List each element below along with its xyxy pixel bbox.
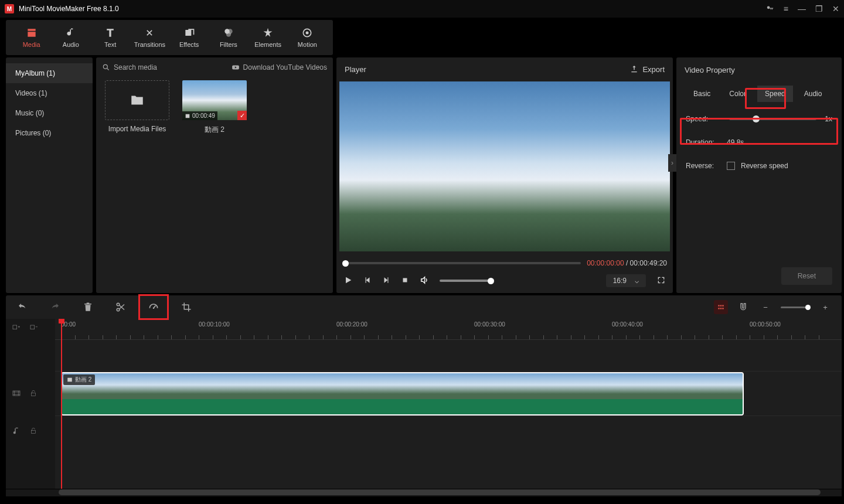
- media-sidebar: MyAlbum (1) Videos (1) Music (0) Picture…: [6, 57, 93, 293]
- tab-transitions-label: Transitions: [134, 41, 165, 48]
- add-track-button[interactable]: [12, 324, 21, 335]
- sidebar-item-myalbum[interactable]: MyAlbum (1): [6, 63, 93, 83]
- tab-elements[interactable]: Elements: [249, 20, 288, 55]
- video-property-panel: › Video Property Basic Color Speed Audio…: [676, 57, 842, 293]
- redo-button[interactable]: [48, 300, 62, 314]
- svg-rect-14: [32, 393, 36, 396]
- magnet-toggle[interactable]: [736, 300, 750, 314]
- ruler-tick: 00:00:30:00: [474, 321, 505, 328]
- maximize-button[interactable]: ❐: [815, 4, 823, 13]
- player-panel: Player Export 00:00:00:00 / 00:00:49:20: [336, 57, 673, 293]
- tab-speed[interactable]: Speed: [757, 86, 793, 102]
- tab-basic[interactable]: Basic: [686, 86, 718, 102]
- svg-rect-13: [13, 391, 20, 396]
- minimize-button[interactable]: —: [798, 4, 806, 13]
- svg-point-8: [117, 303, 120, 306]
- audio-track-lock[interactable]: [29, 427, 38, 437]
- search-icon: [102, 63, 110, 71]
- video-track-lock[interactable]: [29, 389, 38, 399]
- reverse-row: Reverse: Reverse speed: [686, 162, 832, 170]
- snap-toggle[interactable]: [714, 300, 728, 314]
- duration-label: Duration:: [686, 138, 727, 147]
- speed-tool-button[interactable]: [147, 300, 161, 314]
- zoom-in-button[interactable]: +: [818, 300, 832, 314]
- property-title: Video Property: [685, 66, 735, 74]
- zoom-out-button[interactable]: −: [758, 300, 772, 314]
- current-time: 00:00:00:00: [587, 259, 624, 267]
- export-button[interactable]: Export: [629, 64, 665, 74]
- svg-rect-16: [67, 377, 72, 382]
- fullscreen-button[interactable]: [656, 275, 666, 287]
- reverse-checkbox[interactable]: [727, 162, 735, 170]
- import-media-card[interactable]: Import Media Files: [105, 80, 169, 135]
- tab-filters[interactable]: Filters: [209, 20, 248, 55]
- play-button[interactable]: [343, 275, 353, 287]
- duration-row: Duration: 49.8s: [686, 138, 832, 147]
- volume-slider[interactable]: [440, 280, 492, 282]
- player-title: Player: [345, 65, 366, 74]
- tab-elements-label: Elements: [254, 41, 281, 48]
- film-icon: [67, 377, 73, 383]
- tab-motion-label: Motion: [298, 41, 317, 48]
- collapse-panel-button[interactable]: ›: [668, 154, 676, 172]
- menu-icon[interactable]: ≡: [784, 4, 788, 13]
- close-button[interactable]: ✕: [832, 4, 839, 13]
- remove-track-button[interactable]: [29, 324, 39, 335]
- timeline-ruler[interactable]: 00:00 00:00:10:00 00:00:20:00 00:00:30:0…: [55, 319, 842, 340]
- import-label: Import Media Files: [108, 125, 166, 133]
- reset-button[interactable]: Reset: [781, 267, 832, 285]
- crop-button[interactable]: [179, 300, 193, 314]
- folder-icon: [130, 93, 145, 108]
- film-icon: [185, 113, 190, 119]
- timeline-clip[interactable]: 動画 2: [61, 372, 744, 416]
- duration-value: 49.8s: [727, 138, 744, 147]
- sidebar-item-music[interactable]: Music (0): [6, 103, 93, 123]
- video-preview[interactable]: [339, 81, 670, 251]
- aspect-ratio-select[interactable]: 16:9 ⌵: [606, 274, 646, 287]
- tab-color[interactable]: Color: [722, 86, 754, 102]
- tab-transitions[interactable]: Transitions: [130, 20, 169, 55]
- progress-slider[interactable]: [342, 262, 581, 264]
- volume-icon[interactable]: [420, 275, 429, 287]
- chevron-down-icon: ⌵: [635, 277, 639, 285]
- playhead[interactable]: [61, 319, 62, 489]
- timeline-scrollbar[interactable]: [6, 489, 842, 496]
- undo-button[interactable]: [15, 300, 29, 314]
- tab-audio-prop[interactable]: Audio: [797, 86, 830, 102]
- tab-text[interactable]: Text: [91, 20, 130, 55]
- speed-slider[interactable]: [729, 118, 816, 120]
- youtube-icon: [232, 63, 240, 71]
- delete-button[interactable]: [81, 300, 95, 314]
- timeline-clip-label: 動画 2: [75, 376, 91, 384]
- reverse-label: Reverse:: [686, 162, 727, 170]
- tab-effects[interactable]: Effects: [169, 20, 209, 55]
- aspect-ratio-value: 16:9: [613, 277, 627, 285]
- svg-point-10: [153, 307, 155, 309]
- upgrade-key-icon[interactable]: [766, 4, 774, 14]
- sidebar-item-videos[interactable]: Videos (1): [6, 83, 93, 103]
- speed-row: Speed: 1x: [686, 115, 832, 123]
- tab-effects-label: Effects: [179, 41, 199, 48]
- speed-value: 1x: [825, 115, 832, 123]
- tab-media[interactable]: Media: [12, 20, 51, 55]
- tab-audio[interactable]: Audio: [51, 20, 90, 55]
- svg-rect-12: [30, 325, 35, 329]
- total-time: 00:00:49:20: [630, 259, 667, 267]
- split-button[interactable]: [114, 300, 128, 314]
- download-youtube-link[interactable]: Download YouTube Videos: [232, 63, 327, 71]
- stop-button[interactable]: [401, 276, 409, 286]
- clip-name: 動画 2: [205, 125, 224, 135]
- tab-motion[interactable]: Motion: [288, 20, 327, 55]
- audio-track-icon: [12, 426, 21, 437]
- media-clip-card[interactable]: 00:00:49 ✓ 動画 2: [182, 80, 247, 135]
- time-sep: /: [626, 259, 630, 267]
- svg-rect-7: [403, 278, 407, 282]
- prev-frame-button[interactable]: [363, 276, 372, 286]
- search-media[interactable]: Search media: [102, 63, 157, 71]
- sidebar-item-pictures[interactable]: Pictures (0): [6, 123, 93, 143]
- svg-point-2: [226, 32, 231, 36]
- tab-text-label: Text: [104, 41, 116, 48]
- zoom-slider[interactable]: [781, 307, 810, 308]
- ruler-tick: 00:00:10:00: [199, 321, 230, 328]
- next-frame-button[interactable]: [382, 276, 390, 286]
